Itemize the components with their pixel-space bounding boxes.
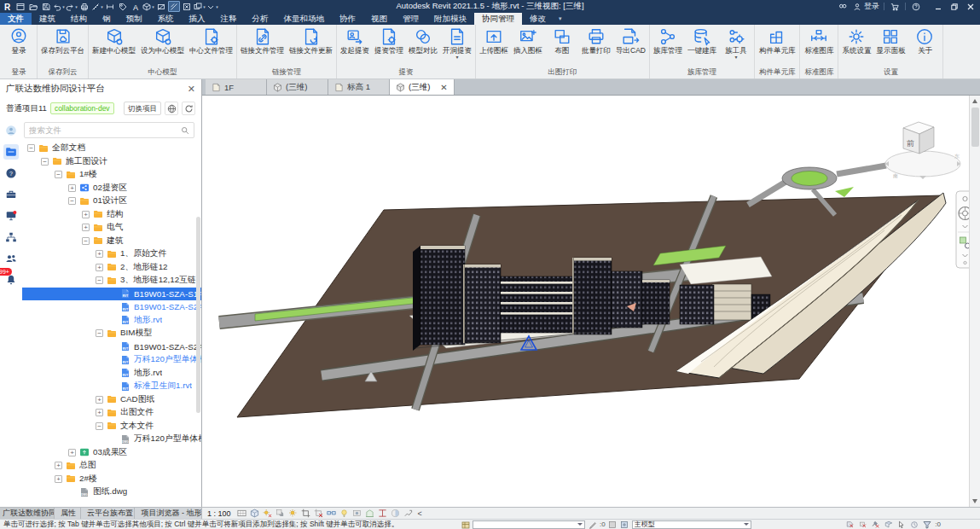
drag-on-selection-toggle[interactable]	[896, 520, 906, 529]
compass-east-label[interactable]: 东	[954, 153, 960, 159]
ribbon-tab[interactable]: 钢	[95, 13, 119, 25]
qat-print-button[interactable]	[78, 1, 90, 12]
panel-nav-monitor-alert[interactable]	[3, 208, 19, 224]
bottom-tab-glodon-panel[interactable]: 广联达数维协同设计平台	[0, 508, 55, 519]
ribbon-tab[interactable]: 系统	[150, 13, 182, 25]
select-underlay-toggle[interactable]	[858, 520, 867, 529]
tree-item[interactable]: +03成果区	[22, 446, 201, 460]
bottom-tab-cloud-family-placement[interactable]: 云平台族布置	[81, 508, 135, 519]
one-key-library-button[interactable]: 一键建库	[685, 25, 719, 55]
qat-revit-logo-button[interactable]: R	[2, 1, 14, 12]
ribbon-tab[interactable]: 协作	[332, 13, 363, 25]
collapse-chevron-icon[interactable]: <	[418, 509, 422, 518]
link-file-manage-button[interactable]: 链接文件管理	[238, 25, 287, 55]
dropdown-caret-icon[interactable]: ▾	[734, 55, 737, 60]
3d-scene[interactable]: 前 南 东	[202, 96, 969, 507]
search-box[interactable]	[24, 122, 194, 138]
shadows-button[interactable]	[275, 509, 286, 519]
qat-ui-panel-button[interactable]	[14, 1, 26, 12]
tree-item[interactable]: +CAD图纸	[22, 393, 201, 407]
globe-icon[interactable]	[165, 102, 178, 115]
tree-item[interactable]: +1、原始文件	[22, 247, 201, 261]
submittal-manage-button[interactable]: 提资管理	[372, 25, 406, 55]
tree-item[interactable]: RVT万科120户型单体模板.rvt	[22, 353, 201, 367]
tree-expander[interactable]: −	[68, 197, 76, 205]
insert-titleblock-button[interactable]: 插入图框	[511, 25, 545, 55]
view-tab-3d-b[interactable]: (三维)✕	[390, 79, 455, 95]
panel-nav-avatar[interactable]	[3, 123, 19, 138]
standard-drawing-library-button[interactable]: 标准图库	[802, 25, 836, 55]
tree-item[interactable]: −建筑	[22, 235, 201, 248]
tree-expander[interactable]: +	[96, 264, 103, 271]
qat-aligned-dimension-button[interactable]	[104, 1, 116, 12]
qat-section-button[interactable]	[155, 1, 167, 12]
sign-in-button[interactable]: 登录	[2, 25, 36, 55]
component-unit-library-button[interactable]: 构件单元库	[757, 25, 798, 55]
tree-expander[interactable]: +	[68, 184, 76, 192]
show-crop-region-button[interactable]	[314, 509, 324, 519]
canvas-scrollbar[interactable]	[969, 96, 980, 507]
opening-submittal-button[interactable]: 开洞提资▾	[440, 25, 474, 60]
qat-customize-qat-button[interactable]: ▾	[206, 1, 218, 12]
system-settings-button[interactable]: 系统设置	[839, 25, 873, 55]
background-processes-toggle[interactable]	[909, 520, 919, 529]
link-file-update-button[interactable]: 链接文件更新	[287, 25, 335, 55]
tree-expander[interactable]: +	[55, 475, 62, 483]
tree-item[interactable]: −BIM模型	[22, 327, 201, 340]
displaced-elements-button[interactable]	[403, 509, 414, 519]
tree-expander[interactable]: −	[27, 144, 35, 152]
tree-expander[interactable]: +	[82, 224, 90, 231]
active-workset-select[interactable]	[473, 520, 585, 529]
minimize-button[interactable]	[930, 0, 946, 13]
visual-style-button[interactable]	[250, 509, 260, 519]
tree-item[interactable]: −施工图设计	[22, 155, 201, 169]
viewcube[interactable]: 前 南 东	[885, 122, 960, 179]
restore-button[interactable]	[946, 0, 962, 13]
panel-nav-team[interactable]	[3, 251, 19, 266]
view-scale-button[interactable]: 1 : 100	[207, 509, 231, 518]
qat-thin-lines-button[interactable]	[168, 1, 180, 12]
tree-expander[interactable]: +	[96, 409, 103, 416]
qat-redo-button[interactable]: ▾	[66, 1, 78, 12]
tree-item[interactable]: −01设计区	[22, 195, 201, 208]
search-input[interactable]	[29, 125, 181, 135]
select-by-face-toggle[interactable]	[884, 520, 893, 529]
qat-switch-windows-button[interactable]: ▾	[194, 1, 206, 12]
tree-item[interactable]: +电气	[22, 221, 201, 235]
qat-tag-button[interactable]	[117, 1, 129, 12]
ribbon-tab[interactable]: 体量和场地	[276, 13, 333, 25]
file-tab[interactable]: 文件	[0, 13, 32, 25]
tree-expander[interactable]: −	[41, 158, 49, 166]
view-tab-level-1[interactable]: 标高 1	[328, 79, 390, 95]
tree-item[interactable]: RVT标准卫生间1.rvt	[22, 380, 201, 393]
design-options-icon[interactable]	[620, 520, 629, 529]
ribbon-tab[interactable]: 预制	[119, 13, 150, 25]
ribbon-tab[interactable]: 建筑	[32, 13, 63, 25]
worksharing-display-button[interactable]	[391, 509, 401, 519]
tree-item[interactable]: +2、地形链12	[22, 261, 201, 275]
viewcube-front-label[interactable]: 前	[907, 139, 914, 148]
close-view-tab-icon[interactable]: ✕	[433, 83, 447, 92]
qat-measure-button[interactable]: ▾	[91, 1, 103, 12]
panel-close-icon[interactable]: ✕	[188, 84, 195, 95]
select-links-toggle[interactable]	[845, 520, 855, 529]
family-library-manage-button[interactable]: 族库管理	[651, 25, 685, 55]
navigation-bar[interactable]	[956, 191, 969, 268]
ribbon-display-toggle[interactable]: ▾	[554, 13, 567, 25]
temporary-hide-isolate-button[interactable]	[327, 509, 337, 519]
tree-expander[interactable]: +	[96, 250, 103, 258]
panel-nav-files-folder[interactable]	[3, 144, 19, 160]
save-to-cloud-button[interactable]: 保存到云平台	[38, 25, 87, 55]
tree-expander[interactable]: +	[68, 449, 76, 456]
detail-level-button[interactable]	[237, 509, 247, 519]
ribbon-tab[interactable]: 结构	[63, 13, 95, 25]
tree-item[interactable]: −1#楼	[22, 168, 201, 182]
tree-item[interactable]: +出图文件	[22, 406, 201, 420]
dropdown-caret-icon[interactable]: ▾	[455, 55, 458, 60]
temporary-view-properties-button[interactable]	[352, 509, 362, 519]
qat-open-file-button[interactable]	[27, 1, 39, 12]
refresh-icon[interactable]	[182, 102, 195, 115]
tree-item[interactable]: −3、地形链12,12互链	[22, 274, 201, 288]
tree-item[interactable]: +2#楼	[22, 473, 201, 486]
tree-item[interactable]: −文本文件	[22, 420, 201, 433]
